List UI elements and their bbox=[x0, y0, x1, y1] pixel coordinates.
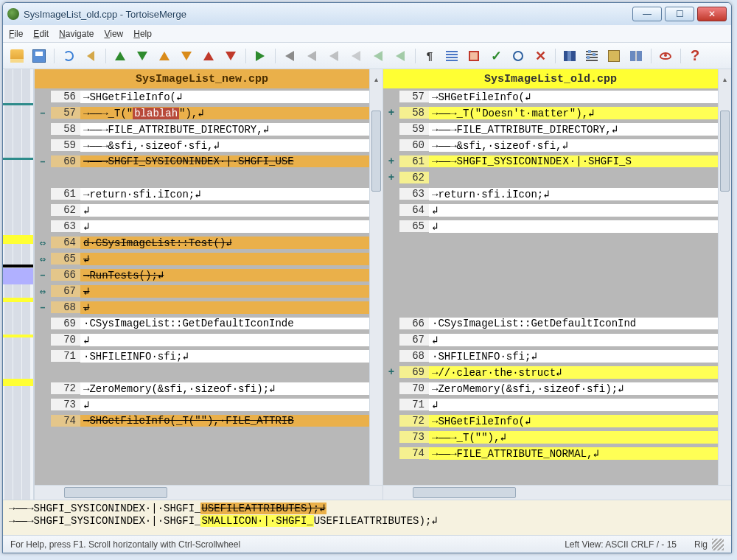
code-line[interactable] bbox=[383, 299, 718, 315]
view-eye-button[interactable] bbox=[656, 46, 675, 66]
code-line[interactable] bbox=[35, 364, 369, 380]
code-line[interactable]: 65↲ bbox=[383, 218, 718, 234]
code-line[interactable]: 74→SHGetFileInfo(_T(""),·FILE_ATTRIB bbox=[35, 413, 369, 429]
code-line[interactable]: 66·CSysImageList::GetDefaultIconInd bbox=[383, 315, 718, 332]
code-line[interactable]: –60→——→SHGFI_SYSICONINDEX·|·SHGFI_USE bbox=[35, 153, 369, 169]
code-line[interactable]: 71·SHFILEINFO·sfi;↲ bbox=[35, 348, 369, 364]
scroll-thumb[interactable] bbox=[371, 111, 381, 192]
compare-ws-button[interactable] bbox=[464, 46, 483, 66]
right-editor[interactable]: 57→SHGetFileInfo(↲+58→——→_T("Doesn't·mat… bbox=[383, 88, 718, 485]
code-line[interactable]: 73↲ bbox=[35, 396, 369, 413]
code-line[interactable]: 60→——→&sfi,·sizeof·sfi,↲ bbox=[383, 137, 718, 153]
code-line[interactable]: 72→ZeroMemory(&sfi,·sizeof·sfi);↲ bbox=[35, 380, 369, 396]
code-line[interactable]: +69→//·clear·the·struct↲ bbox=[383, 364, 718, 380]
code-line[interactable]: +58→——→_T("Doesn't·matter"),↲ bbox=[383, 105, 718, 121]
nav-fwd-button[interactable] bbox=[302, 46, 321, 66]
inline-diff-button[interactable] bbox=[442, 46, 461, 66]
code-line[interactable]: 74→——→FILE_ATTRIBUTE_NORMAL,↲ bbox=[383, 445, 718, 461]
save-button[interactable] bbox=[29, 46, 49, 66]
code-line[interactable]: 72→SHGetFileInfo(↲ bbox=[383, 413, 718, 429]
right-hscroll[interactable] bbox=[383, 485, 731, 500]
prev-conflict-button[interactable] bbox=[155, 46, 174, 66]
nav-3-button[interactable] bbox=[324, 46, 343, 66]
code-line[interactable]: 62↲ bbox=[35, 202, 369, 218]
code-line[interactable]: 70→ZeroMemory(&sfi,·sizeof·sfi);↲ bbox=[383, 380, 718, 396]
code-line[interactable]: 61→return·sfi.iIcon;↲ bbox=[35, 186, 369, 202]
menu-edit[interactable]: Edit bbox=[33, 29, 49, 39]
save-as-button[interactable] bbox=[604, 46, 624, 66]
menu-help[interactable]: Help bbox=[133, 29, 152, 39]
code-line[interactable] bbox=[383, 267, 718, 283]
arrow-right-icon bbox=[256, 51, 265, 61]
code-line[interactable]: –68↲ bbox=[35, 299, 369, 315]
resize-grip-icon[interactable] bbox=[712, 539, 724, 550]
settings-sliders-button[interactable] bbox=[582, 46, 601, 66]
code-line[interactable]: 57→SHGetFileInfo(↲ bbox=[383, 88, 718, 105]
next-diff-button[interactable] bbox=[133, 46, 152, 66]
code-line[interactable]: 63↲ bbox=[35, 218, 369, 234]
undo-button[interactable] bbox=[81, 46, 100, 66]
scroll-thumb[interactable] bbox=[64, 487, 167, 498]
scroll-up-button[interactable]: ▴ bbox=[718, 69, 731, 88]
code-line[interactable]: –66→RunTests();↲ bbox=[35, 267, 369, 283]
code-line[interactable]: 58→——→FILE_ATTRIBUTE_DIRECTORY,↲ bbox=[35, 121, 369, 137]
scroll-up-button[interactable]: ▴ bbox=[369, 69, 383, 88]
menu-file[interactable]: FFileile bbox=[9, 29, 23, 39]
code-line[interactable] bbox=[383, 283, 718, 299]
code-line[interactable]: ⇔64d·CSysImageList::Test()↲ bbox=[35, 234, 369, 251]
code-line[interactable]: 73→——→_T(""),↲ bbox=[383, 429, 718, 445]
code-line[interactable]: ⇔65↲ bbox=[35, 251, 369, 267]
code-line[interactable]: 67↲ bbox=[383, 332, 718, 348]
maximize-button[interactable]: ☐ bbox=[665, 7, 694, 21]
menu-navigate[interactable]: Navigate bbox=[59, 29, 94, 39]
code-line[interactable]: 63→return·sfi.iIcon;↲ bbox=[383, 186, 718, 202]
locator-mark bbox=[3, 298, 33, 302]
reload-button[interactable] bbox=[59, 46, 78, 66]
open-button[interactable] bbox=[7, 46, 27, 66]
left-vscroll[interactable] bbox=[369, 88, 383, 485]
help-button[interactable]: ? bbox=[685, 46, 705, 66]
code-line[interactable]: 69·CSysImageList::GetDefaultIconInde bbox=[35, 315, 369, 332]
scroll-thumb[interactable] bbox=[413, 487, 516, 498]
code-line[interactable]: 59→——→FILE_ATTRIBUTE_DIRECTORY,↲ bbox=[383, 121, 718, 137]
code-line[interactable] bbox=[383, 251, 718, 267]
code-line[interactable]: 71↲ bbox=[383, 396, 718, 413]
nav-6-button[interactable] bbox=[391, 46, 410, 66]
close-button[interactable]: ✕ bbox=[697, 7, 727, 21]
code-line[interactable]: +62 bbox=[383, 169, 718, 186]
code-line[interactable]: 64↲ bbox=[383, 202, 718, 218]
code-line[interactable]: 70↲ bbox=[35, 332, 369, 348]
code-line[interactable]: +61→——→SHGFI_SYSICONINDEX·|·SHGFI_S bbox=[383, 153, 718, 169]
nav-back-button[interactable] bbox=[280, 46, 299, 66]
reject-button[interactable]: ✕ bbox=[531, 46, 550, 66]
locator-bar[interactable] bbox=[3, 69, 34, 500]
code-text: ·SHFILEINFO·sfi;↲ bbox=[429, 350, 718, 363]
use-left-button[interactable] bbox=[251, 46, 270, 66]
code-line[interactable]: 68·SHFILEINFO·sfi;↲ bbox=[383, 348, 718, 364]
whitespace-button[interactable]: ¶ bbox=[420, 46, 439, 66]
mark-resolved-button[interactable]: ✓ bbox=[486, 46, 506, 66]
bottom-merge-view[interactable]: →——→SHGFI_SYSICONINDEX·|·SHGFI_USEFILEAT… bbox=[3, 500, 731, 535]
minimize-button[interactable]: — bbox=[632, 7, 662, 21]
scroll-thumb[interactable] bbox=[720, 111, 730, 192]
view-mode-button[interactable] bbox=[560, 46, 579, 66]
code-line[interactable]: ⇔67↲ bbox=[35, 283, 369, 299]
menu-view[interactable]: View bbox=[104, 29, 123, 39]
code-line[interactable]: –57→——→_T("blablah"),↲ bbox=[35, 105, 369, 121]
left-editor[interactable]: 56→SHGetFileInfo(↲–57→——→_T("blablah"),↲… bbox=[35, 88, 369, 485]
code-line[interactable]: 56→SHGetFileInfo(↲ bbox=[35, 88, 369, 105]
right-vscroll[interactable] bbox=[718, 88, 731, 485]
columns-button[interactable] bbox=[626, 46, 646, 66]
gutter-mark: + bbox=[383, 155, 399, 167]
code-line[interactable] bbox=[35, 169, 369, 186]
code-line[interactable] bbox=[383, 234, 718, 251]
nav-5-button[interactable] bbox=[368, 46, 388, 66]
prev-inline-button[interactable] bbox=[199, 46, 218, 66]
next-inline-button[interactable] bbox=[221, 46, 240, 66]
prev-diff-button[interactable] bbox=[111, 46, 130, 66]
circle-button[interactable] bbox=[509, 46, 528, 66]
left-hscroll[interactable] bbox=[35, 485, 383, 500]
next-conflict-button[interactable] bbox=[177, 46, 196, 66]
nav-4-button[interactable] bbox=[346, 46, 366, 66]
code-line[interactable]: 59→——→&sfi,·sizeof·sfi,↲ bbox=[35, 137, 369, 153]
